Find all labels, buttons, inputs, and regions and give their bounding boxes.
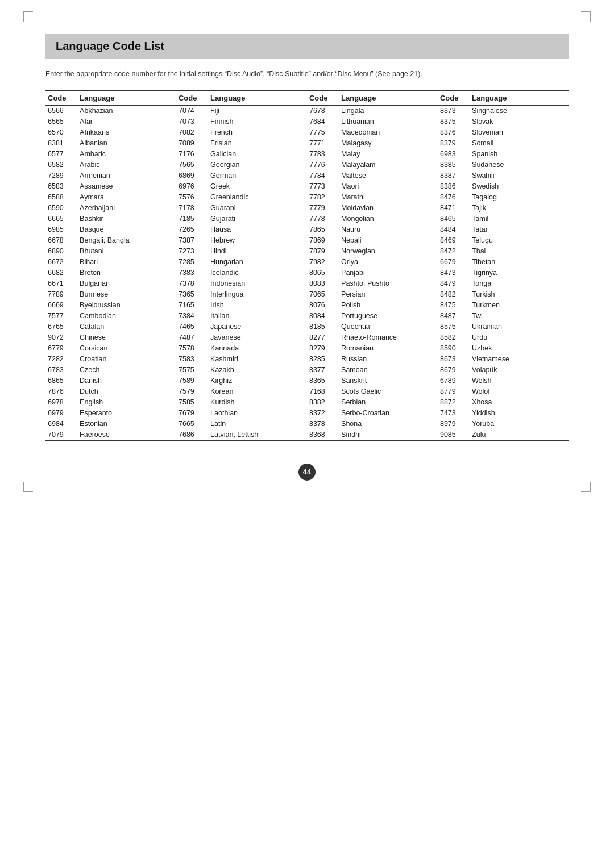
cell-code-1-13: 7273 bbox=[176, 246, 208, 257]
cell-lang-0-27: English bbox=[77, 397, 176, 408]
table-row: 6582Arabic7565Georgian7776Malayalam8385S… bbox=[45, 160, 569, 170]
page-title: Language Code List bbox=[56, 40, 558, 53]
cell-lang-2-15: Panjabi bbox=[339, 268, 438, 278]
cell-code-1-16: 7378 bbox=[176, 278, 208, 289]
cell-lang-1-22: Kannada bbox=[208, 343, 307, 354]
cell-code-1-3: 7089 bbox=[176, 138, 208, 149]
cell-lang-3-7: Swedish bbox=[470, 181, 569, 192]
cell-lang-1-11: Hausa bbox=[208, 224, 307, 235]
cell-code-0-28: 6979 bbox=[45, 408, 77, 419]
cell-lang-3-27: Xhosa bbox=[470, 397, 569, 408]
cell-code-3-30: 9085 bbox=[438, 429, 470, 441]
cell-lang-1-25: Kirghiz bbox=[208, 375, 307, 386]
cell-code-0-18: 6669 bbox=[45, 300, 77, 311]
cell-code-1-17: 7365 bbox=[176, 289, 208, 300]
cell-lang-0-21: Chinese bbox=[77, 332, 176, 343]
cell-code-0-10: 6665 bbox=[45, 214, 77, 224]
table-header-row: Code Language Code Language Code Languag… bbox=[45, 90, 569, 106]
cell-lang-2-12: Nepali bbox=[339, 235, 438, 246]
cell-code-0-8: 6588 bbox=[45, 192, 77, 203]
cell-code-1-5: 7565 bbox=[176, 160, 208, 170]
cell-code-0-29: 6984 bbox=[45, 419, 77, 429]
cell-code-2-0: 7678 bbox=[307, 105, 339, 116]
cell-code-1-7: 6976 bbox=[176, 181, 208, 192]
cell-lang-3-9: Tajik bbox=[470, 203, 569, 214]
cell-code-1-6: 6869 bbox=[176, 170, 208, 181]
cell-code-2-21: 8277 bbox=[307, 332, 339, 343]
cell-lang-3-14: Tibetan bbox=[470, 257, 569, 268]
cell-code-1-29: 7665 bbox=[176, 419, 208, 429]
cell-lang-0-20: Catalan bbox=[77, 322, 176, 332]
cell-code-1-28: 7679 bbox=[176, 408, 208, 419]
col-header-code-1: Code bbox=[45, 90, 77, 106]
table-row: 6984Estonian7665Latin8378Shona8979Yoruba bbox=[45, 419, 569, 429]
corner-mark-br bbox=[581, 482, 591, 492]
cell-lang-1-17: Interlingua bbox=[208, 289, 307, 300]
corner-mark-bl bbox=[23, 482, 33, 492]
cell-lang-1-28: Laothian bbox=[208, 408, 307, 419]
cell-code-0-2: 6570 bbox=[45, 127, 77, 138]
cell-code-1-4: 7176 bbox=[176, 149, 208, 160]
cell-code-2-20: 8185 bbox=[307, 322, 339, 332]
cell-lang-2-30: Sindhi bbox=[339, 429, 438, 441]
cell-code-1-24: 7575 bbox=[176, 365, 208, 375]
cell-code-0-4: 6577 bbox=[45, 149, 77, 160]
table-row: 6765Catalan7465Japanese8185Quechua8575Uk… bbox=[45, 322, 569, 332]
cell-lang-0-22: Corsican bbox=[77, 343, 176, 354]
cell-code-3-10: 8465 bbox=[438, 214, 470, 224]
cell-code-3-8: 8476 bbox=[438, 192, 470, 203]
cell-code-0-3: 8381 bbox=[45, 138, 77, 149]
cell-code-1-21: 7487 bbox=[176, 332, 208, 343]
table-row: 6978English7585Kurdish8382Serbian8872Xho… bbox=[45, 397, 569, 408]
cell-code-2-22: 8279 bbox=[307, 343, 339, 354]
cell-code-0-12: 6678 bbox=[45, 235, 77, 246]
cell-lang-2-19: Portuguese bbox=[339, 311, 438, 322]
table-row: 6588Aymara7576Greenlandic7782Marathi8476… bbox=[45, 192, 569, 203]
cell-code-3-12: 8469 bbox=[438, 235, 470, 246]
cell-lang-0-0: Abkhazian bbox=[77, 105, 176, 116]
cell-lang-3-19: Twi bbox=[470, 311, 569, 322]
cell-code-1-20: 7465 bbox=[176, 322, 208, 332]
cell-lang-2-1: Lithuanian bbox=[339, 116, 438, 127]
cell-code-2-1: 7684 bbox=[307, 116, 339, 127]
cell-code-3-19: 8487 bbox=[438, 311, 470, 322]
cell-code-1-14: 7285 bbox=[176, 257, 208, 268]
cell-lang-3-8: Tagalog bbox=[470, 192, 569, 203]
cell-code-3-2: 8376 bbox=[438, 127, 470, 138]
cell-lang-2-17: Persian bbox=[339, 289, 438, 300]
cell-lang-0-13: Bhutani bbox=[77, 246, 176, 257]
cell-lang-3-25: Welsh bbox=[470, 375, 569, 386]
col-header-code-3: Code bbox=[307, 90, 339, 106]
cell-lang-3-21: Urdu bbox=[470, 332, 569, 343]
cell-lang-3-1: Slovak bbox=[470, 116, 569, 127]
language-table: Code Language Code Language Code Languag… bbox=[45, 90, 569, 441]
cell-lang-3-5: Sudanese bbox=[470, 160, 569, 170]
table-row: 6682Breton7383Icelandic8065Panjabi8473Ti… bbox=[45, 268, 569, 278]
cell-lang-2-14: Oriya bbox=[339, 257, 438, 268]
cell-lang-3-2: Slovenian bbox=[470, 127, 569, 138]
cell-code-0-5: 6582 bbox=[45, 160, 77, 170]
cell-code-1-8: 7576 bbox=[176, 192, 208, 203]
cell-lang-1-2: French bbox=[208, 127, 307, 138]
cell-lang-3-0: Singhalese bbox=[470, 105, 569, 116]
cell-lang-1-18: Irish bbox=[208, 300, 307, 311]
table-row: 6583Assamese6976Greek7773Maori8386Swedis… bbox=[45, 181, 569, 192]
cell-code-2-11: 7865 bbox=[307, 224, 339, 235]
cell-lang-0-10: Bashkir bbox=[77, 214, 176, 224]
cell-lang-0-16: Bulgarian bbox=[77, 278, 176, 289]
cell-lang-2-20: Quechua bbox=[339, 322, 438, 332]
cell-code-0-14: 6672 bbox=[45, 257, 77, 268]
table-row: 6565Afar7073Finnish7684Lithuanian8375Slo… bbox=[45, 116, 569, 127]
cell-lang-2-16: Pashto, Pushto bbox=[339, 278, 438, 289]
cell-lang-3-20: Ukrainian bbox=[470, 322, 569, 332]
cell-code-0-27: 6978 bbox=[45, 397, 77, 408]
cell-lang-1-6: German bbox=[208, 170, 307, 181]
cell-lang-0-6: Armenian bbox=[77, 170, 176, 181]
table-row: 7577Cambodian7384Italian8084Portuguese84… bbox=[45, 311, 569, 322]
cell-lang-2-11: Nauru bbox=[339, 224, 438, 235]
table-row: 6985Basque7265Hausa7865Nauru8484Tatar bbox=[45, 224, 569, 235]
cell-code-1-22: 7578 bbox=[176, 343, 208, 354]
cell-code-1-11: 7265 bbox=[176, 224, 208, 235]
cell-lang-0-15: Breton bbox=[77, 268, 176, 278]
cell-lang-0-11: Basque bbox=[77, 224, 176, 235]
